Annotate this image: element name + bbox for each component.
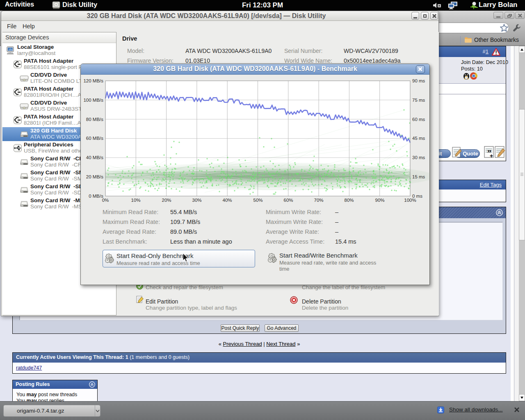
svg-text:15 ms: 15 ms [412, 174, 425, 179]
svg-text:30 ms: 30 ms [412, 155, 425, 160]
svg-text:0%: 0% [102, 198, 109, 203]
svg-text:80%: 80% [344, 198, 354, 203]
svg-text:90%: 90% [375, 198, 384, 203]
svg-text:+: + [490, 153, 493, 158]
svg-text:20%: 20% [162, 198, 171, 203]
svg-text:70%: 70% [314, 198, 323, 203]
svg-text:90 ms: 90 ms [412, 78, 425, 83]
svg-text:120 MB/s: 120 MB/s [83, 78, 103, 83]
svg-text:20 MB/s: 20 MB/s [86, 174, 103, 179]
svg-text:60 MB/s: 60 MB/s [86, 136, 103, 141]
svg-text:75 ms: 75 ms [412, 98, 425, 103]
svg-text:50%: 50% [253, 198, 262, 203]
svg-text:60%: 60% [283, 198, 293, 203]
svg-text:0 MB/s: 0 MB/s [89, 194, 103, 199]
svg-text:40%: 40% [222, 198, 232, 203]
svg-text:100%: 100% [404, 198, 416, 203]
svg-text:100 MB/s: 100 MB/s [83, 98, 103, 103]
svg-text:10%: 10% [131, 198, 140, 203]
svg-text:45 ms: 45 ms [412, 136, 425, 141]
svg-text:30%: 30% [192, 198, 201, 203]
svg-text:80 MB/s: 80 MB/s [86, 117, 103, 122]
svg-text:40 MB/s: 40 MB/s [86, 155, 103, 160]
svg-text:60 ms: 60 ms [412, 117, 425, 122]
